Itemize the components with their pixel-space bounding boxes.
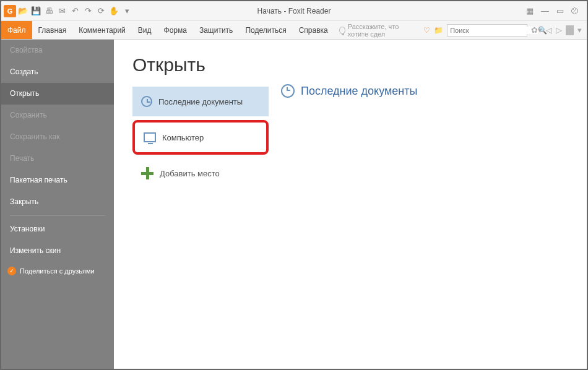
print-icon[interactable]: 🖶 <box>43 5 55 17</box>
app-icon: G <box>4 5 16 17</box>
file-sidebar: Свойства Создать Открыть Сохранить Сохра… <box>1 40 114 369</box>
location-recent[interactable]: Последние документы <box>132 87 269 116</box>
quick-access-toolbar: G 📂 💾 🖶 ✉ ↶ ↷ ⟳ ✋ ▾ <box>1 5 136 17</box>
sidebar-item-close[interactable]: Закрыть <box>1 191 114 213</box>
location-add-place[interactable]: Добавить место <box>132 158 269 188</box>
close-button[interactable]: ⛒ <box>571 6 579 15</box>
prev-icon[interactable]: ◁ <box>546 25 552 35</box>
page-title: Открыть <box>132 54 262 75</box>
open-icon[interactable]: 📂 <box>17 5 29 17</box>
app-window: G 📂 💾 🖶 ✉ ↶ ↷ ⟳ ✋ ▾ Начать - Foxit Reade… <box>0 0 588 370</box>
computer-icon <box>144 132 156 142</box>
clock-icon <box>141 96 152 107</box>
hand-tool-icon[interactable]: ✋ <box>108 5 120 17</box>
sidebar-share-friends[interactable]: ✓ Поделиться с друзьями <box>1 262 114 280</box>
location-computer-label: Компьютер <box>162 133 204 142</box>
window-controls: ▦ — ▭ ⛒ <box>519 6 587 15</box>
avatar[interactable] <box>566 25 574 35</box>
minimize-button[interactable]: — <box>541 6 549 15</box>
tab-home[interactable]: Главная <box>32 21 73 39</box>
open-locations-column: Открыть Последние документы Компьютер До… <box>114 54 262 369</box>
recent-documents-label: Последние документы <box>301 85 417 98</box>
sidebar-item-save: Сохранить <box>1 105 114 126</box>
open-content-column: Последние документы <box>262 54 587 369</box>
sidebar-item-open[interactable]: Открыть <box>1 83 114 105</box>
sidebar-item-saveas: Сохранить как <box>1 126 114 148</box>
title-bar: G 📂 💾 🖶 ✉ ↶ ↷ ⟳ ✋ ▾ Начать - Foxit Reade… <box>1 1 587 21</box>
open-panel: Открыть Последние документы Компьютер До… <box>114 40 587 369</box>
sidebar-item-print: Печать <box>1 148 114 170</box>
heart-icon[interactable]: ♡ <box>423 26 430 35</box>
location-computer[interactable]: Компьютер <box>132 120 269 155</box>
tab-comment[interactable]: Комментарий <box>72 21 132 39</box>
backstage: Свойства Создать Открыть Сохранить Сохра… <box>1 40 587 369</box>
tab-file[interactable]: Файл <box>1 21 32 39</box>
open-locations: Последние документы Компьютер Добавить м… <box>132 87 269 188</box>
sidebar-share-label: Поделиться с друзьями <box>20 267 95 275</box>
tab-share[interactable]: Поделиться <box>239 21 292 39</box>
tab-help[interactable]: Справка <box>293 21 334 39</box>
next-icon[interactable]: ▷ <box>556 25 562 35</box>
location-recent-label: Последние документы <box>158 97 243 106</box>
email-icon[interactable]: ✉ <box>56 5 68 17</box>
refresh-icon[interactable]: ⟳ <box>95 5 107 17</box>
plus-icon <box>141 167 153 179</box>
clock-icon <box>281 84 295 98</box>
tab-view[interactable]: Вид <box>132 21 158 39</box>
maximize-button[interactable]: ▭ <box>556 6 564 15</box>
folder-icon[interactable]: 📁 <box>434 26 443 35</box>
arrange-icon[interactable]: ▦ <box>526 6 534 15</box>
ribbon-right: Расскажите, что хотите сдел ♡ 📁 🔍 ✿▾ ◁ ▷… <box>334 21 587 39</box>
sidebar-item-skin[interactable]: Изменить скин <box>1 240 114 262</box>
tab-form[interactable]: Форма <box>158 21 193 39</box>
sidebar-separator <box>10 215 105 216</box>
tell-me[interactable]: Расскажите, что хотите сдел <box>339 23 420 38</box>
search-input[interactable] <box>447 27 538 34</box>
save-icon[interactable]: 💾 <box>30 5 42 17</box>
sidebar-item-properties: Свойства <box>1 40 114 61</box>
sidebar-item-batchprint[interactable]: Пакетная печать <box>1 170 114 191</box>
gear-icon[interactable]: ✿▾ <box>531 25 542 35</box>
sidebar-item-create[interactable]: Создать <box>1 61 114 83</box>
search-box[interactable]: 🔍 <box>447 24 527 37</box>
recent-documents-heading: Последние документы <box>281 84 568 98</box>
tell-me-text: Расскажите, что хотите сдел <box>348 23 420 38</box>
share-icon: ✓ <box>7 267 16 275</box>
redo-icon[interactable]: ↷ <box>82 5 94 17</box>
dropdown-icon[interactable]: ▾ <box>121 5 133 17</box>
bulb-icon <box>339 27 345 34</box>
avatar-dropdown-icon[interactable]: ▾ <box>577 25 582 35</box>
undo-icon[interactable]: ↶ <box>69 5 81 17</box>
window-title: Начать - Foxit Reader <box>257 7 331 15</box>
sidebar-item-preferences[interactable]: Установки <box>1 218 114 240</box>
location-add-label: Добавить место <box>160 169 220 178</box>
tab-protect[interactable]: Защитить <box>193 21 239 39</box>
ribbon-tabs: Файл Главная Комментарий Вид Форма Защит… <box>1 21 587 40</box>
